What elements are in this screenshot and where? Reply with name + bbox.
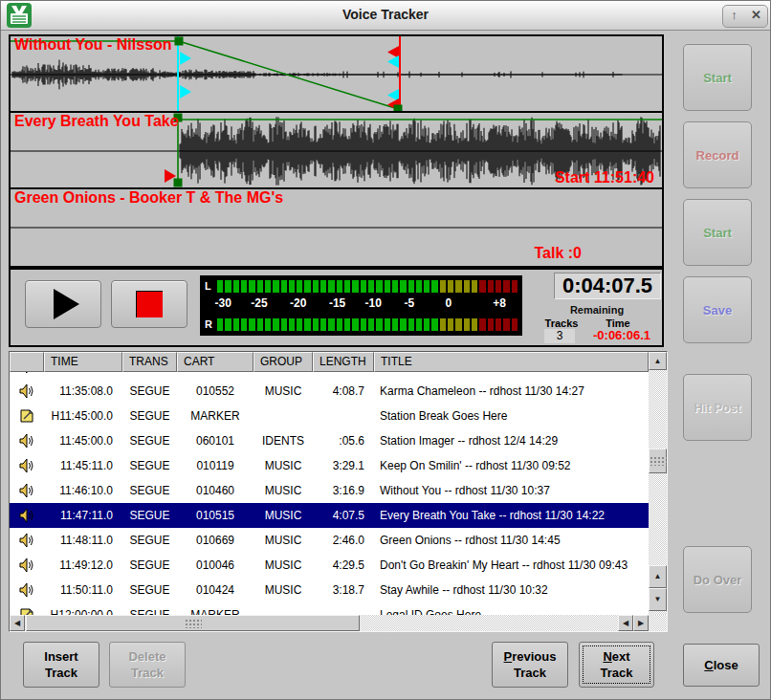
- scroll-left-2-icon[interactable]: ◀: [618, 615, 633, 631]
- vertical-scroll-thumb[interactable]: [649, 448, 667, 473]
- meter-scale-label: -10: [365, 296, 382, 310]
- do-over-button[interactable]: Do Over: [683, 546, 752, 613]
- log-row[interactable]: 11:48:11.0SEGUE010669MUSIC2:46.0Green On…: [10, 528, 649, 553]
- cell-cart: 010046: [177, 558, 253, 572]
- cell-trans: SEGUE: [122, 583, 177, 597]
- meter-left-label: L: [200, 280, 217, 293]
- horizontal-scroll-thumb[interactable]: [26, 615, 360, 631]
- cell-title: Stay Awhile -- rdhost 11/30 10:32: [374, 583, 649, 597]
- insert-track-button[interactable]: InsertTrack: [23, 642, 99, 688]
- track-2[interactable]: Every Breath You Take Start 11:51:40: [11, 113, 662, 189]
- meter-segment: [448, 318, 453, 331]
- play-button[interactable]: [25, 280, 101, 328]
- voice-tracker-window: Voice Tracker ↑ ✕ Wi: [0, 0, 771, 700]
- column-header-icon[interactable]: [10, 352, 44, 372]
- meter-segment: [249, 280, 254, 293]
- column-header-TIME[interactable]: TIME: [44, 352, 122, 372]
- previous-track-button[interactable]: PreviousTrack: [492, 642, 568, 688]
- log-row[interactable]: [10, 372, 649, 379]
- meter-segment: [249, 318, 254, 331]
- scroll-down-icon[interactable]: ▼: [649, 588, 667, 611]
- meter-segment: [479, 318, 485, 331]
- meter-scale: -30-25-20-15-10-50+8: [217, 296, 518, 312]
- scroll-up-icon[interactable]: ▲: [649, 352, 667, 370]
- cell-group: MUSIC: [253, 459, 313, 472]
- meter-segment: [257, 280, 263, 293]
- log-row[interactable]: 11:47:11.0SEGUE010515MUSIC4:07.5Every Br…: [10, 503, 649, 528]
- cell-group: MUSIC: [253, 583, 313, 597]
- cell-cart: 010460: [177, 484, 253, 497]
- meter-segment: [512, 318, 518, 331]
- log-row[interactable]: 11:50:11.0SEGUE010424MUSIC3:18.7Stay Awh…: [10, 578, 649, 602]
- meter-segment: [392, 318, 398, 331]
- log-row[interactable]: H11:45:00.0SEGUEMARKERStation Break Goes…: [10, 404, 649, 428]
- column-header-TITLE[interactable]: TITLE: [374, 352, 649, 372]
- stop-button[interactable]: [111, 280, 187, 328]
- log-row[interactable]: 11:46:10.0SEGUE010460MUSIC3:16.9Without …: [10, 478, 649, 503]
- speaker-icon: [10, 433, 44, 448]
- cell-length: 4:07.5: [313, 509, 374, 522]
- meter-scale-label: -30: [215, 296, 231, 310]
- column-header-LENGTH[interactable]: LENGTH: [313, 352, 374, 372]
- scroll-up-2-icon[interactable]: ▲: [649, 565, 667, 588]
- meter-scale-label: -5: [405, 296, 415, 310]
- log-row[interactable]: 11:45:11.0SEGUE010119MUSIC3:29.1Keep On …: [10, 453, 649, 478]
- track-3[interactable]: Green Onions - Booker T & The MG's Talk …: [11, 189, 662, 270]
- scroll-right-icon[interactable]: ▶: [633, 615, 649, 631]
- cell-title: Keep On Smilin' -- rdhost 11/30 09:52: [374, 459, 649, 472]
- remaining-label: Remaining: [540, 304, 654, 316]
- meter-segment: [385, 318, 390, 331]
- meter-right-label: R: [200, 318, 217, 331]
- meter-segment: [328, 280, 334, 293]
- titlebar: Voice Tracker ↑ ✕: [1, 1, 770, 31]
- meter-segment: [424, 280, 430, 293]
- meter-segment: [304, 318, 310, 331]
- cell-trans: SEGUE: [122, 459, 177, 472]
- meter-segment: [225, 280, 231, 293]
- meter-segment: [217, 318, 223, 331]
- log-row[interactable]: 11:49:12.0SEGUE010046MUSIC4:29.5Don't Go…: [10, 553, 649, 578]
- log-row[interactable]: H12:00:00.0SEGUEMARKERLegal ID Goes Here: [10, 602, 649, 615]
- hit-post-button[interactable]: Hit Post: [683, 374, 752, 441]
- meter-segment: [352, 318, 358, 331]
- speaker-icon: [10, 582, 44, 598]
- meter-segment: [455, 318, 461, 331]
- start-1-button[interactable]: Start: [683, 44, 752, 111]
- track-1[interactable]: Without You - Nilsson: [11, 36, 662, 113]
- next-track-button[interactable]: NextTrack: [579, 642, 654, 688]
- meter-segment: [361, 280, 366, 293]
- meter-segment: [464, 280, 470, 293]
- meter-segment: [368, 318, 374, 331]
- meter-segment: [225, 318, 231, 331]
- column-header-TRANS[interactable]: TRANS: [122, 352, 177, 372]
- transport-bar: L -30-25-20-15-10-50+8 R 0:04:07.5 Remai…: [11, 270, 662, 345]
- meter-segment: [431, 280, 437, 293]
- record-button[interactable]: Record: [683, 121, 752, 188]
- column-header-CART[interactable]: CART: [177, 352, 253, 372]
- scroll-left-icon[interactable]: ◀: [10, 615, 25, 631]
- horizontal-scrollbar[interactable]: ◀ ◀ ▶: [10, 615, 649, 631]
- meter-segment: [472, 280, 477, 293]
- start-2-button[interactable]: Start: [683, 199, 752, 266]
- speaker-icon: [10, 458, 44, 473]
- meter-scale-label: -20: [290, 296, 306, 310]
- delete-track-button[interactable]: DeleteTrack: [109, 642, 186, 688]
- save-button[interactable]: Save: [683, 276, 752, 343]
- log-row[interactable]: 11:35:08.0SEGUE010552MUSIC4:08.7Karma Ch…: [10, 379, 649, 404]
- cell-title: Without You -- rdhost 11/30 10:37: [374, 484, 649, 497]
- log-row[interactable]: 11:45:00.0SEGUE060101IDENTS:05.6Station …: [10, 428, 649, 453]
- meter-segment: [496, 318, 501, 331]
- cell-time: 11:45:00.0: [44, 434, 122, 448]
- cell-trans: SEGUE: [122, 409, 177, 423]
- close-button[interactable]: Close: [683, 644, 760, 687]
- meter-segment: [241, 318, 247, 331]
- meter-scale-label: +8: [493, 296, 506, 310]
- cell-group: IDENTS: [253, 434, 313, 448]
- meter-segment: [289, 318, 295, 331]
- cell-trans: SEGUE: [122, 558, 177, 572]
- maximize-icon[interactable]: ↑: [723, 6, 745, 27]
- waveform-panel: Without You - Nilsson Every Breath You T…: [9, 34, 664, 347]
- column-header-GROUP[interactable]: GROUP: [253, 352, 313, 372]
- close-icon[interactable]: ✕: [745, 6, 767, 27]
- vertical-scrollbar[interactable]: ▲ ▲ ▼: [649, 352, 667, 615]
